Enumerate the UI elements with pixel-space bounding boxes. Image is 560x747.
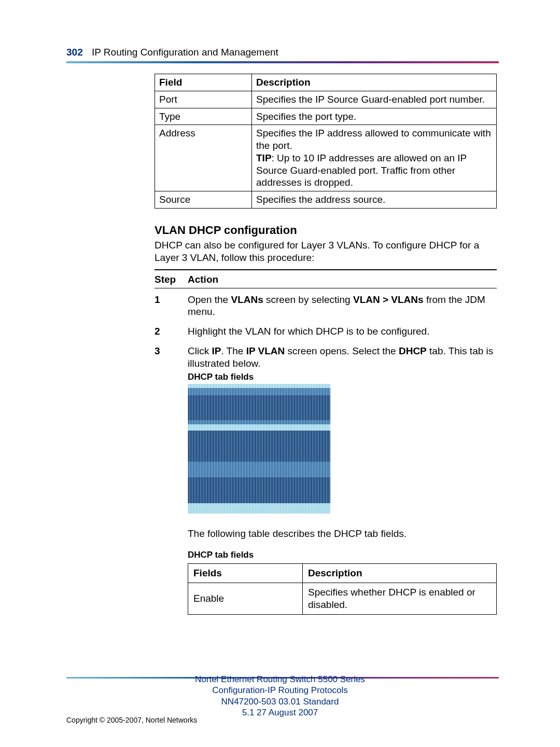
cell-desc: Specifies the port type. xyxy=(252,108,497,125)
cell-field: Address xyxy=(155,125,252,191)
table-header-field: Field xyxy=(155,74,252,91)
running-header: 302 IP Routing Configuration and Managem… xyxy=(66,47,499,58)
step-number: 2 xyxy=(155,325,188,338)
figure-caption: DHCP tab fields xyxy=(188,371,497,382)
cell-desc: Specifies the IP address allowed to comm… xyxy=(252,125,497,191)
cell-field: Source xyxy=(155,191,252,209)
action-col-label: Action xyxy=(188,273,218,286)
t: IP xyxy=(212,345,221,356)
cell-field: Type xyxy=(155,108,252,125)
cell-desc: Specifies the IP Source Guard-enabled po… xyxy=(252,91,497,108)
step-text: Click IP. The IP VLAN screen opens. Sele… xyxy=(188,345,497,615)
dhcp-fields-table-wrap: DHCP tab fields Fields Description Enabl… xyxy=(188,549,497,615)
intro-paragraph: DHCP can also be configured for Layer 3 … xyxy=(155,239,497,264)
footer-line-3: NN47200-503 03.01 Standard xyxy=(0,696,560,707)
table2-header-description: Description xyxy=(303,564,497,583)
t: Open the xyxy=(188,294,231,305)
step-number: 1 xyxy=(155,294,188,319)
step-number: 3 xyxy=(155,345,188,615)
t: screen opens. Select the xyxy=(285,345,399,356)
heading-vlan-dhcp: VLAN DHCP configuration xyxy=(155,223,497,238)
table2-caption: DHCP tab fields xyxy=(188,549,497,560)
section-title: IP Routing Configuration and Management xyxy=(92,47,278,58)
cell-desc: Specifies whether DHCP is enabled or dis… xyxy=(303,583,497,615)
dhcp-fields-table: Fields Description Enable Specifies whet… xyxy=(188,563,497,614)
table-row: Port Specifies the IP Source Guard-enabl… xyxy=(155,91,497,108)
footer-line-1: Nortel Ethernet Routing Switch 5500 Seri… xyxy=(0,674,560,685)
header-rule xyxy=(66,61,499,63)
step-col-label: Step xyxy=(155,273,188,286)
t: IP VLAN xyxy=(246,345,285,356)
table-row: Enable Specifies whether DHCP is enabled… xyxy=(188,583,497,615)
footer-publication-info: Nortel Ethernet Routing Switch 5500 Seri… xyxy=(0,674,560,718)
table-row: Address Specifies the IP address allowed… xyxy=(155,125,497,191)
tip-text: : Up to 10 IP addresses are allowed on a… xyxy=(256,153,467,188)
steps-list: 1 Open the VLANs screen by selecting VLA… xyxy=(155,294,497,615)
t: . The xyxy=(221,345,246,356)
step-2: 2 Highlight the VLAN for which DHCP is t… xyxy=(155,325,497,338)
t: Click xyxy=(188,345,212,356)
cell-desc-line: Specifies the IP address allowed to comm… xyxy=(256,128,491,151)
page-content: Field Description Port Specifies the IP … xyxy=(155,74,497,615)
cell-field: Port xyxy=(155,91,252,108)
footer-line-2: Configuration-IP Routing Protocols xyxy=(0,685,560,696)
t: screen by selecting xyxy=(263,294,353,305)
page-number: 302 xyxy=(66,47,83,58)
table-row: Type Specifies the port type. xyxy=(155,108,497,125)
step-text: Highlight the VLAN for which DHCP is to … xyxy=(188,325,497,338)
after-figure-text: The following table describes the DHCP t… xyxy=(188,528,497,540)
t: DHCP xyxy=(399,345,427,356)
t: VLANs xyxy=(231,294,263,305)
document-page: 302 IP Routing Configuration and Managem… xyxy=(0,0,560,747)
table-header-description: Description xyxy=(252,74,497,91)
dhcp-tab-screenshot xyxy=(188,384,330,514)
step-3: 3 Click IP. The IP VLAN screen opens. Se… xyxy=(155,345,497,615)
copyright-text: Copyright © 2005-2007, Nortel Networks xyxy=(66,716,197,724)
table2-header-fields: Fields xyxy=(188,564,303,583)
t: VLAN > VLANs xyxy=(353,294,424,305)
step-header: Step Action xyxy=(155,270,497,288)
field-description-table: Field Description Port Specifies the IP … xyxy=(155,74,497,209)
step-text: Open the VLANs screen by selecting VLAN … xyxy=(188,294,497,319)
tip-label: TIP xyxy=(256,153,272,163)
table-row: Source Specifies the address source. xyxy=(155,191,497,209)
cell-field: Enable xyxy=(188,583,303,615)
step-1: 1 Open the VLANs screen by selecting VLA… xyxy=(155,294,497,319)
cell-desc: Specifies the address source. xyxy=(252,191,497,209)
